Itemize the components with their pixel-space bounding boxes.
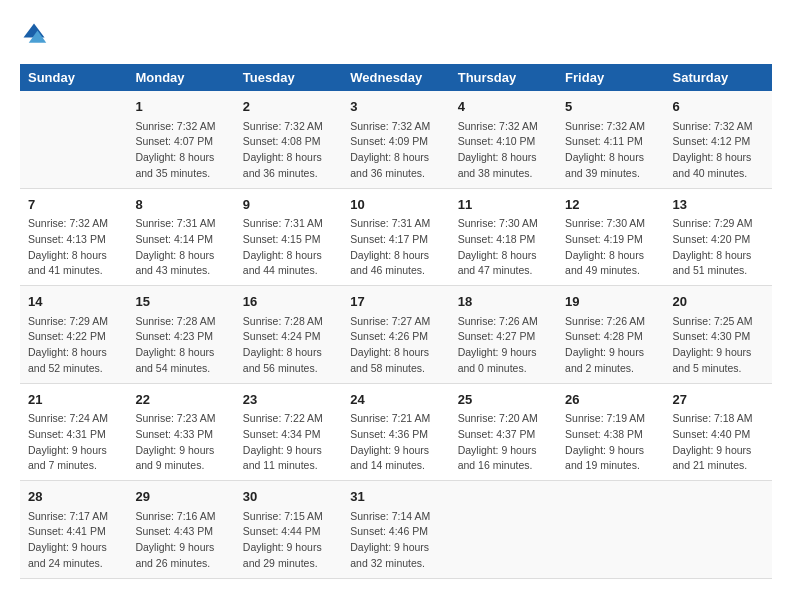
- day-number: 13: [673, 195, 764, 215]
- day-cell: 5Sunrise: 7:32 AMSunset: 4:11 PMDaylight…: [557, 91, 664, 188]
- header-sunday: Sunday: [20, 64, 127, 91]
- day-info: Sunrise: 7:16 AMSunset: 4:43 PMDaylight:…: [135, 509, 226, 572]
- day-cell: 29Sunrise: 7:16 AMSunset: 4:43 PMDayligh…: [127, 481, 234, 579]
- day-number: 6: [673, 97, 764, 117]
- day-cell: 10Sunrise: 7:31 AMSunset: 4:17 PMDayligh…: [342, 188, 449, 286]
- day-number: 2: [243, 97, 334, 117]
- day-number: 20: [673, 292, 764, 312]
- day-info: Sunrise: 7:25 AMSunset: 4:30 PMDaylight:…: [673, 314, 764, 377]
- day-cell: [557, 481, 664, 579]
- day-info: Sunrise: 7:18 AMSunset: 4:40 PMDaylight:…: [673, 411, 764, 474]
- day-cell: 22Sunrise: 7:23 AMSunset: 4:33 PMDayligh…: [127, 383, 234, 481]
- day-cell: 7Sunrise: 7:32 AMSunset: 4:13 PMDaylight…: [20, 188, 127, 286]
- day-cell: 13Sunrise: 7:29 AMSunset: 4:20 PMDayligh…: [665, 188, 772, 286]
- day-cell: 20Sunrise: 7:25 AMSunset: 4:30 PMDayligh…: [665, 286, 772, 384]
- day-info: Sunrise: 7:29 AMSunset: 4:22 PMDaylight:…: [28, 314, 119, 377]
- day-info: Sunrise: 7:24 AMSunset: 4:31 PMDaylight:…: [28, 411, 119, 474]
- day-info: Sunrise: 7:26 AMSunset: 4:27 PMDaylight:…: [458, 314, 549, 377]
- day-info: Sunrise: 7:32 AMSunset: 4:13 PMDaylight:…: [28, 216, 119, 279]
- day-number: 14: [28, 292, 119, 312]
- day-info: Sunrise: 7:29 AMSunset: 4:20 PMDaylight:…: [673, 216, 764, 279]
- day-info: Sunrise: 7:28 AMSunset: 4:24 PMDaylight:…: [243, 314, 334, 377]
- header-monday: Monday: [127, 64, 234, 91]
- day-cell: 4Sunrise: 7:32 AMSunset: 4:10 PMDaylight…: [450, 91, 557, 188]
- day-cell: 17Sunrise: 7:27 AMSunset: 4:26 PMDayligh…: [342, 286, 449, 384]
- day-info: Sunrise: 7:31 AMSunset: 4:17 PMDaylight:…: [350, 216, 441, 279]
- day-info: Sunrise: 7:30 AMSunset: 4:18 PMDaylight:…: [458, 216, 549, 279]
- day-info: Sunrise: 7:32 AMSunset: 4:11 PMDaylight:…: [565, 119, 656, 182]
- logo: [20, 20, 52, 48]
- day-info: Sunrise: 7:17 AMSunset: 4:41 PMDaylight:…: [28, 509, 119, 572]
- day-info: Sunrise: 7:28 AMSunset: 4:23 PMDaylight:…: [135, 314, 226, 377]
- week-row-5: 28Sunrise: 7:17 AMSunset: 4:41 PMDayligh…: [20, 481, 772, 579]
- header-row: SundayMondayTuesdayWednesdayThursdayFrid…: [20, 64, 772, 91]
- day-number: 24: [350, 390, 441, 410]
- week-row-1: 1Sunrise: 7:32 AMSunset: 4:07 PMDaylight…: [20, 91, 772, 188]
- day-cell: 21Sunrise: 7:24 AMSunset: 4:31 PMDayligh…: [20, 383, 127, 481]
- day-cell: 27Sunrise: 7:18 AMSunset: 4:40 PMDayligh…: [665, 383, 772, 481]
- week-row-3: 14Sunrise: 7:29 AMSunset: 4:22 PMDayligh…: [20, 286, 772, 384]
- day-number: 27: [673, 390, 764, 410]
- day-info: Sunrise: 7:14 AMSunset: 4:46 PMDaylight:…: [350, 509, 441, 572]
- day-cell: 12Sunrise: 7:30 AMSunset: 4:19 PMDayligh…: [557, 188, 664, 286]
- day-cell: 18Sunrise: 7:26 AMSunset: 4:27 PMDayligh…: [450, 286, 557, 384]
- day-cell: 31Sunrise: 7:14 AMSunset: 4:46 PMDayligh…: [342, 481, 449, 579]
- day-info: Sunrise: 7:22 AMSunset: 4:34 PMDaylight:…: [243, 411, 334, 474]
- day-number: 19: [565, 292, 656, 312]
- header-friday: Friday: [557, 64, 664, 91]
- day-cell: 16Sunrise: 7:28 AMSunset: 4:24 PMDayligh…: [235, 286, 342, 384]
- day-cell: 19Sunrise: 7:26 AMSunset: 4:28 PMDayligh…: [557, 286, 664, 384]
- header-thursday: Thursday: [450, 64, 557, 91]
- day-cell: 30Sunrise: 7:15 AMSunset: 4:44 PMDayligh…: [235, 481, 342, 579]
- day-cell: 14Sunrise: 7:29 AMSunset: 4:22 PMDayligh…: [20, 286, 127, 384]
- day-info: Sunrise: 7:32 AMSunset: 4:12 PMDaylight:…: [673, 119, 764, 182]
- day-cell: 25Sunrise: 7:20 AMSunset: 4:37 PMDayligh…: [450, 383, 557, 481]
- day-number: 18: [458, 292, 549, 312]
- day-number: 23: [243, 390, 334, 410]
- day-info: Sunrise: 7:26 AMSunset: 4:28 PMDaylight:…: [565, 314, 656, 377]
- day-cell: 9Sunrise: 7:31 AMSunset: 4:15 PMDaylight…: [235, 188, 342, 286]
- day-number: 12: [565, 195, 656, 215]
- day-number: 1: [135, 97, 226, 117]
- day-number: 15: [135, 292, 226, 312]
- day-cell: 8Sunrise: 7:31 AMSunset: 4:14 PMDaylight…: [127, 188, 234, 286]
- day-cell: [20, 91, 127, 188]
- day-cell: 6Sunrise: 7:32 AMSunset: 4:12 PMDaylight…: [665, 91, 772, 188]
- header-wednesday: Wednesday: [342, 64, 449, 91]
- day-number: 16: [243, 292, 334, 312]
- day-number: 31: [350, 487, 441, 507]
- day-number: 17: [350, 292, 441, 312]
- day-number: 28: [28, 487, 119, 507]
- week-row-4: 21Sunrise: 7:24 AMSunset: 4:31 PMDayligh…: [20, 383, 772, 481]
- day-number: 21: [28, 390, 119, 410]
- week-row-2: 7Sunrise: 7:32 AMSunset: 4:13 PMDaylight…: [20, 188, 772, 286]
- day-cell: 2Sunrise: 7:32 AMSunset: 4:08 PMDaylight…: [235, 91, 342, 188]
- day-info: Sunrise: 7:32 AMSunset: 4:09 PMDaylight:…: [350, 119, 441, 182]
- day-info: Sunrise: 7:21 AMSunset: 4:36 PMDaylight:…: [350, 411, 441, 474]
- day-cell: 11Sunrise: 7:30 AMSunset: 4:18 PMDayligh…: [450, 188, 557, 286]
- day-info: Sunrise: 7:27 AMSunset: 4:26 PMDaylight:…: [350, 314, 441, 377]
- day-number: 30: [243, 487, 334, 507]
- day-info: Sunrise: 7:15 AMSunset: 4:44 PMDaylight:…: [243, 509, 334, 572]
- day-info: Sunrise: 7:19 AMSunset: 4:38 PMDaylight:…: [565, 411, 656, 474]
- day-cell: 1Sunrise: 7:32 AMSunset: 4:07 PMDaylight…: [127, 91, 234, 188]
- day-number: 7: [28, 195, 119, 215]
- day-number: 9: [243, 195, 334, 215]
- day-info: Sunrise: 7:32 AMSunset: 4:10 PMDaylight:…: [458, 119, 549, 182]
- header-saturday: Saturday: [665, 64, 772, 91]
- day-info: Sunrise: 7:32 AMSunset: 4:08 PMDaylight:…: [243, 119, 334, 182]
- day-cell: 26Sunrise: 7:19 AMSunset: 4:38 PMDayligh…: [557, 383, 664, 481]
- day-info: Sunrise: 7:20 AMSunset: 4:37 PMDaylight:…: [458, 411, 549, 474]
- day-info: Sunrise: 7:31 AMSunset: 4:15 PMDaylight:…: [243, 216, 334, 279]
- day-cell: 28Sunrise: 7:17 AMSunset: 4:41 PMDayligh…: [20, 481, 127, 579]
- day-number: 26: [565, 390, 656, 410]
- day-number: 29: [135, 487, 226, 507]
- day-number: 25: [458, 390, 549, 410]
- day-info: Sunrise: 7:23 AMSunset: 4:33 PMDaylight:…: [135, 411, 226, 474]
- day-number: 3: [350, 97, 441, 117]
- day-number: 10: [350, 195, 441, 215]
- calendar-table: SundayMondayTuesdayWednesdayThursdayFrid…: [20, 64, 772, 579]
- day-cell: 23Sunrise: 7:22 AMSunset: 4:34 PMDayligh…: [235, 383, 342, 481]
- day-cell: [450, 481, 557, 579]
- day-number: 8: [135, 195, 226, 215]
